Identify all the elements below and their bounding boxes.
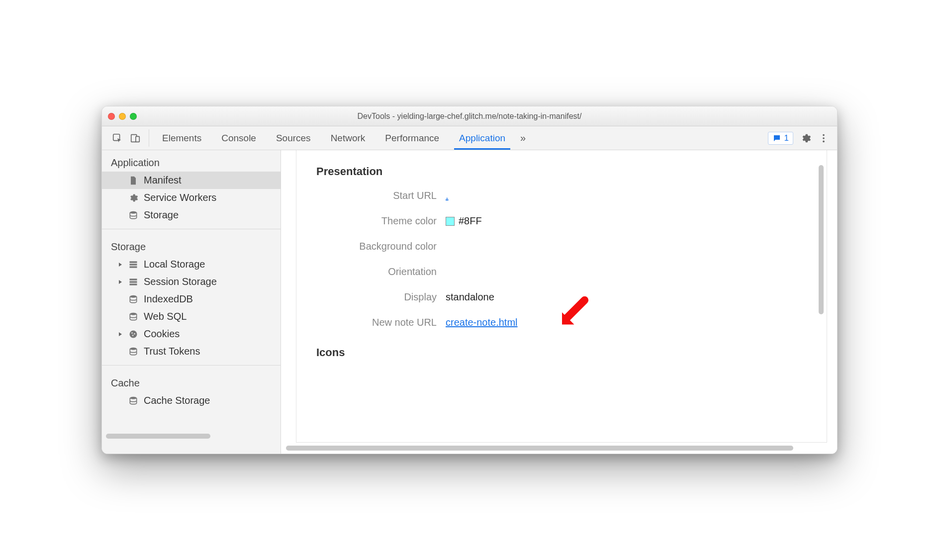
svg-rect-8 [130, 264, 137, 265]
svg-point-16 [131, 332, 133, 334]
tab-sources[interactable]: Sources [266, 126, 321, 150]
inspect-element-icon[interactable] [112, 133, 123, 144]
table-icon [128, 277, 139, 287]
database-icon [128, 210, 139, 221]
sidebar-item-label: Service Workers [144, 192, 216, 203]
svg-point-4 [823, 137, 825, 139]
label-display: Display [316, 291, 446, 303]
svg-point-17 [134, 333, 135, 334]
annotation-arrow-icon [555, 295, 590, 330]
label-background-color: Background color [316, 241, 446, 252]
sidebar-item-label: Web SQL [144, 311, 187, 322]
label-start-url: Start URL [316, 190, 446, 201]
svg-rect-12 [130, 283, 137, 285]
theme-color-value: #8FF [459, 215, 482, 227]
sidebar-item-label: Local Storage [144, 259, 205, 270]
disclosure-triangle-icon[interactable] [117, 261, 124, 268]
sidebar-item-label: Storage [144, 209, 179, 221]
svg-rect-9 [130, 266, 137, 268]
theme-color-swatch [446, 217, 455, 226]
svg-point-6 [130, 211, 136, 213]
minimize-window-button[interactable] [119, 113, 126, 120]
kebab-menu-icon[interactable] [818, 133, 829, 144]
sidebar-item-label: Session Storage [144, 276, 217, 287]
svg-rect-2 [136, 136, 139, 142]
sidebar-item-label: IndexedDB [144, 293, 193, 305]
sidebar-item-label: Cookies [144, 328, 180, 340]
devtools-toolbar: Elements Console Sources Network Perform… [102, 126, 837, 150]
sidebar-item-websql[interactable]: Web SQL [102, 308, 281, 325]
svg-rect-10 [130, 279, 137, 280]
row-new-note-url: New note URL create-note.html [316, 317, 807, 328]
panel-horizontal-scrollbar[interactable] [286, 446, 793, 451]
icons-heading: Icons [316, 346, 807, 359]
sidebar-item-cookies[interactable]: Cookies [102, 325, 281, 343]
sidebar-item-label: Manifest [144, 175, 182, 186]
svg-point-5 [823, 140, 825, 142]
row-start-url: Start URL . [316, 190, 807, 201]
row-orientation: Orientation [316, 266, 807, 278]
panel-tabs: Elements Console Sources Network Perform… [152, 126, 765, 150]
svg-point-3 [823, 134, 825, 136]
device-toolbar-icon[interactable] [130, 133, 141, 144]
sidebar-item-manifest[interactable]: Manifest [102, 172, 281, 189]
window-title: DevTools - yielding-large-chef.glitch.me… [102, 112, 837, 121]
settings-gear-icon[interactable] [800, 133, 811, 144]
sidebar-item-trust-tokens[interactable]: Trust Tokens [102, 343, 281, 360]
display-value: standalone [446, 291, 494, 303]
issues-badge[interactable]: 1 [768, 132, 793, 145]
tabs-overflow-button[interactable]: » [515, 126, 531, 150]
row-background-color: Background color [316, 241, 807, 252]
svg-point-14 [130, 312, 136, 315]
sidebar-section-cache: Cache [102, 371, 281, 392]
sidebar-section-application: Application [102, 150, 281, 172]
sidebar-item-local-storage[interactable]: Local Storage [102, 256, 281, 273]
disclosure-triangle-icon[interactable] [117, 331, 124, 338]
sidebar-item-label: Trust Tokens [144, 346, 200, 357]
svg-rect-7 [130, 261, 137, 263]
disclosure-triangle-icon[interactable] [117, 279, 124, 285]
tab-elements[interactable]: Elements [152, 126, 211, 150]
maximize-window-button[interactable] [130, 113, 137, 120]
sidebar-item-service-workers[interactable]: Service Workers [102, 189, 281, 206]
svg-point-20 [130, 396, 136, 399]
database-icon [128, 346, 139, 357]
sidebar-item-label: Cache Storage [144, 395, 210, 406]
tab-application[interactable]: Application [449, 126, 515, 150]
issues-count: 1 [784, 133, 789, 143]
sidebar-item-cache-storage[interactable]: Cache Storage [102, 392, 281, 409]
sidebar-horizontal-scrollbar[interactable] [106, 434, 210, 439]
file-icon [128, 175, 139, 186]
devtools-window: DevTools - yielding-large-chef.glitch.me… [101, 106, 838, 454]
presentation-heading: Presentation [316, 165, 807, 178]
row-theme-color: Theme color #8FF [316, 215, 807, 227]
new-note-url-link[interactable]: create-note.html [446, 317, 518, 328]
application-sidebar: Application Manifest Service Workers Sto… [102, 150, 281, 454]
svg-point-19 [130, 347, 136, 350]
sidebar-item-session-storage[interactable]: Session Storage [102, 273, 281, 290]
label-new-note-url: New note URL [316, 317, 446, 328]
database-icon [128, 294, 139, 305]
table-icon [128, 259, 139, 270]
sidebar-item-storage[interactable]: Storage [102, 206, 281, 224]
tab-performance[interactable]: Performance [375, 126, 449, 150]
sidebar-section-storage: Storage [102, 234, 281, 256]
database-icon [128, 311, 139, 322]
svg-rect-11 [130, 281, 137, 282]
tab-network[interactable]: Network [321, 126, 376, 150]
label-theme-color: Theme color [316, 215, 446, 227]
manifest-panel: Presentation Start URL . Theme color #8F… [281, 150, 837, 454]
label-orientation: Orientation [316, 266, 446, 278]
sidebar-item-indexeddb[interactable]: IndexedDB [102, 290, 281, 308]
svg-point-15 [130, 330, 137, 338]
gear-icon [128, 192, 139, 203]
cookie-icon [128, 329, 139, 340]
traffic-lights [108, 113, 137, 120]
tab-console[interactable]: Console [211, 126, 266, 150]
svg-point-18 [132, 335, 134, 336]
panel-vertical-scrollbar[interactable] [819, 165, 824, 314]
svg-point-13 [130, 295, 136, 297]
window-titlebar: DevTools - yielding-large-chef.glitch.me… [102, 106, 837, 126]
close-window-button[interactable] [108, 113, 115, 120]
start-url-link[interactable]: . [446, 190, 449, 201]
